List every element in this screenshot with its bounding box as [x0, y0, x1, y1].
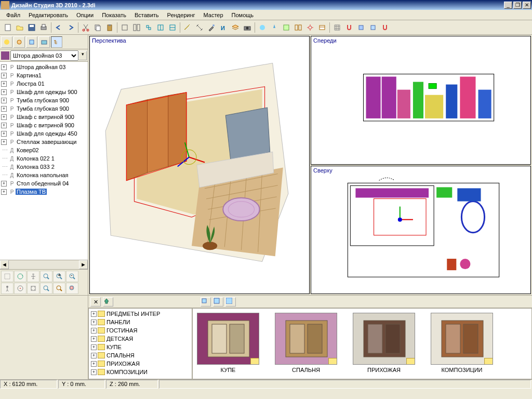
tool-c[interactable]	[143, 22, 154, 33]
expand-icon[interactable]: +	[1, 181, 7, 187]
viewport-top[interactable]: Сверху	[311, 166, 531, 295]
rotate-tool[interactable]	[14, 271, 26, 282]
scene-item-9[interactable]: +PСтеллаж завершающи	[1, 138, 87, 146]
menu-insert[interactable]: Вставить	[130, 11, 163, 19]
menu-edit[interactable]: Редактировать	[24, 11, 72, 19]
scene-item-label[interactable]: Шкаф с витриной 900	[16, 122, 75, 128]
scene-item-label[interactable]: Люстра 01	[16, 81, 46, 87]
scene-item-label[interactable]: Картина1	[16, 72, 43, 78]
scene-tree[interactable]: +PШтора двойная 03+PКартина1+PЛюстра 01+…	[0, 62, 88, 260]
undo-button[interactable]	[53, 22, 64, 33]
group-tool[interactable]	[292, 22, 304, 33]
picker-tool[interactable]	[206, 22, 217, 33]
scene-item-8[interactable]: +PШкаф для одежды 450	[1, 129, 87, 138]
expand-icon[interactable]: +	[1, 89, 7, 95]
scene-item-label[interactable]: Плазма ТВ	[16, 189, 47, 195]
category-item-3[interactable]: +ДЕТСКАЯ	[90, 335, 191, 343]
scene-item-label[interactable]: Колонка 022 1	[16, 155, 56, 162]
expand-icon[interactable]: +	[1, 131, 7, 137]
gallery-item-2[interactable]: ПРИХОЖАЯ	[353, 313, 415, 375]
close-button[interactable]: ✕	[523, 2, 531, 9]
material-tool[interactable]	[281, 22, 292, 33]
zoom-in-tool[interactable]: +	[53, 271, 65, 282]
select-tool[interactable]	[1, 271, 14, 282]
walk-tool[interactable]	[1, 283, 14, 294]
scene-item-3[interactable]: +PШкаф для одежды 900	[1, 88, 87, 96]
category-item-7[interactable]: +КОМПОЗИЦИИ	[90, 368, 191, 376]
layer-tool[interactable]	[230, 22, 241, 33]
measure-tool[interactable]	[182, 22, 193, 33]
snap4-button[interactable]	[379, 22, 391, 33]
expand-icon[interactable]: +	[1, 123, 7, 128]
tool-d[interactable]	[155, 22, 166, 33]
scene-item-13[interactable]: ⋯ДКолонка напольная	[1, 171, 87, 179]
gallery-item-3[interactable]: КОМПОЗИЦИИ	[431, 313, 493, 375]
left-hscroll[interactable]: ◄ ►	[0, 260, 88, 269]
expand-icon[interactable]: +	[91, 328, 97, 334]
expand-icon[interactable]: +	[91, 336, 97, 342]
view-large-button[interactable]	[225, 297, 236, 307]
scene-item-label[interactable]: Шкаф с витриной 900	[16, 114, 75, 120]
expand-icon[interactable]: +	[1, 98, 7, 103]
expand-icon[interactable]: +	[1, 73, 7, 78]
expand-icon[interactable]: +	[91, 369, 97, 375]
catalog-button[interactable]	[316, 22, 328, 33]
expand-icon[interactable]: +	[91, 353, 97, 358]
tab-materials[interactable]	[1, 36, 12, 48]
expand-icon[interactable]: +	[1, 81, 7, 87]
view-medium-button[interactable]	[213, 297, 223, 307]
view-small-button[interactable]	[201, 297, 211, 307]
menu-show[interactable]: Показать	[98, 11, 130, 19]
category-item-6[interactable]: +ПРИХОЖАЯ	[90, 360, 191, 368]
object-selector[interactable]: Штора двойная 03	[10, 50, 78, 61]
print-button[interactable]	[38, 22, 49, 33]
paste-button[interactable]	[104, 22, 115, 33]
scene-item-6[interactable]: +PШкаф с витриной 900	[1, 113, 87, 121]
category-tree[interactable]: +ПРЕДМЕТЫ ИНТЕР+ПАНЕЛИ+ГОСТИНАЯ+ДЕТСКАЯ+…	[88, 308, 192, 379]
scene-item-label[interactable]: Стол обеденный 04	[16, 180, 70, 187]
gallery-item-1[interactable]: СПАЛЬНЯ	[275, 313, 337, 375]
scroll-left[interactable]: ◄	[0, 260, 9, 269]
tab-objects[interactable]	[26, 36, 37, 48]
up-folder-button[interactable]	[103, 297, 113, 307]
dimension-tool[interactable]	[194, 22, 205, 33]
scene-item-label[interactable]: Шкаф для одежды 450	[16, 130, 78, 137]
menu-help[interactable]: Помощь	[228, 11, 258, 19]
scene-item-4[interactable]: +PТумба глубокая 900	[1, 96, 87, 104]
zoom-selected-tool[interactable]	[66, 283, 78, 294]
menu-file[interactable]: Файл	[2, 11, 24, 19]
gallery-item-0[interactable]: КУПЕ	[197, 313, 259, 375]
tab-scene-tree[interactable]	[51, 36, 62, 48]
category-item-5[interactable]: +СПАЛЬНЯ	[90, 351, 191, 360]
scene-item-7[interactable]: +PШкаф с витриной 900	[1, 121, 87, 129]
pan-tool[interactable]	[27, 271, 39, 282]
scene-item-0[interactable]: +PШтора двойная 03	[1, 63, 87, 71]
zoom-out-tool[interactable]: -	[66, 271, 78, 282]
scene-item-label[interactable]: Тумба глубокая 900	[16, 105, 70, 112]
scene-item-15[interactable]: +PПлазма ТВ	[1, 188, 87, 196]
scene-item-1[interactable]: +PКартина1	[1, 71, 87, 79]
expand-icon[interactable]: +	[91, 361, 97, 367]
new-button[interactable]	[2, 22, 14, 33]
zoom-extents-tool[interactable]	[40, 283, 52, 294]
expand-icon[interactable]: +	[91, 311, 97, 317]
menu-options[interactable]: Опции	[72, 11, 98, 19]
save-button[interactable]	[26, 22, 37, 33]
scene-item-label[interactable]: Ковер02	[16, 147, 40, 153]
zoom-window-tool[interactable]	[53, 283, 65, 294]
text-tool[interactable]: И	[218, 22, 229, 33]
gallery[interactable]: КУПЕСПАЛЬНЯПРИХОЖАЯКОМПОЗИЦИИ	[192, 308, 532, 379]
menu-master[interactable]: Мастер	[200, 11, 228, 19]
render-button[interactable]	[257, 22, 268, 33]
fit-tool[interactable]	[27, 283, 39, 294]
tab-lights[interactable]	[14, 36, 25, 48]
scene-item-label[interactable]: Шкаф для одежды 900	[16, 89, 78, 95]
object-dropdown-button[interactable]: ▾	[78, 51, 87, 60]
expand-icon[interactable]: +	[91, 344, 97, 350]
category-item-1[interactable]: +ПАНЕЛИ	[90, 318, 191, 326]
tab-views[interactable]	[38, 36, 50, 48]
camera-tool[interactable]	[242, 22, 253, 33]
expand-icon[interactable]: +	[1, 64, 7, 70]
scene-item-2[interactable]: +PЛюстра 01	[1, 79, 87, 88]
viewport-front[interactable]: Спереди	[311, 36, 531, 165]
